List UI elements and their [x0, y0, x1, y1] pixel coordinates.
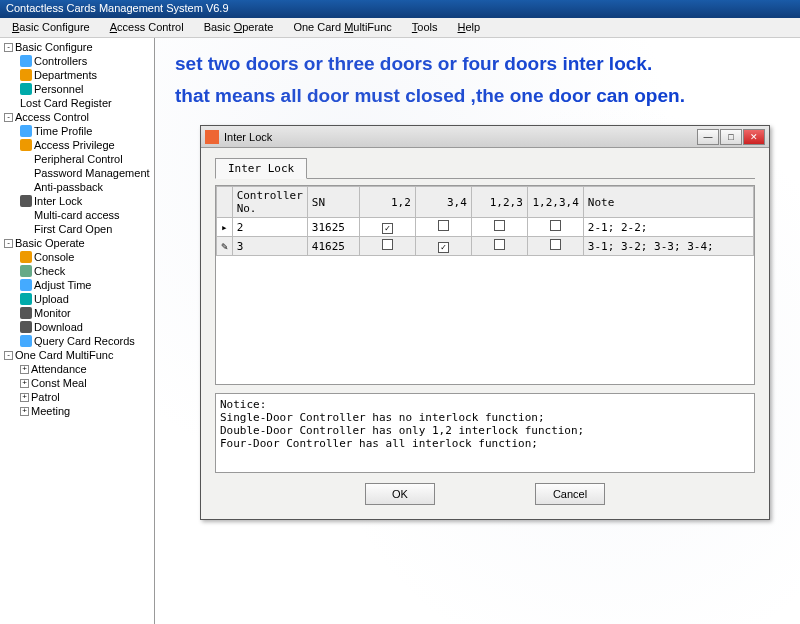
- tree-basic-configure[interactable]: -Basic Configure: [2, 40, 152, 54]
- cell-123: [471, 218, 527, 237]
- col-34: 3,4: [415, 187, 471, 218]
- cell-123: [471, 237, 527, 256]
- clock-icon: [20, 125, 32, 137]
- tree-time-profile[interactable]: Time Profile: [2, 124, 152, 138]
- check-icon: [20, 265, 32, 277]
- upload-icon: [20, 293, 32, 305]
- checkbox[interactable]: ✓: [438, 242, 449, 253]
- app-title: Contactless Cards Management System V6.9: [6, 2, 229, 14]
- privilege-icon: [20, 139, 32, 151]
- expand-icon[interactable]: +: [20, 393, 29, 402]
- cell-12: [359, 237, 415, 256]
- checkbox[interactable]: [382, 239, 393, 250]
- tree-panel: -Basic Configure Controllers Departments…: [0, 38, 155, 624]
- dialog-titlebar[interactable]: Inter Lock — □ ✕: [201, 126, 769, 148]
- tab-strip: Inter Lock: [215, 158, 755, 179]
- annotation-text: set two doors or three doors or four doo…: [175, 48, 780, 113]
- maximize-button[interactable]: □: [720, 129, 742, 145]
- lock-icon: [20, 195, 32, 207]
- expand-icon[interactable]: +: [20, 365, 29, 374]
- tree-console[interactable]: Console: [2, 250, 152, 264]
- tree-access-privilege[interactable]: Access Privilege: [2, 138, 152, 152]
- notice-text: Notice: Single-Door Controller has no in…: [215, 393, 755, 473]
- menu-access-control[interactable]: Access Control: [102, 20, 192, 35]
- tree-download[interactable]: Download: [2, 320, 152, 334]
- cell-sn: 41625: [307, 237, 359, 256]
- monitor-icon: [20, 307, 32, 319]
- tree-patrol[interactable]: +Patrol: [2, 390, 152, 404]
- ok-button[interactable]: OK: [365, 483, 435, 505]
- tree-inter-lock[interactable]: Inter Lock: [2, 194, 152, 208]
- console-icon: [20, 251, 32, 263]
- tab-inter-lock[interactable]: Inter Lock: [215, 158, 307, 179]
- cell-note: 3-1; 3-2; 3-3; 3-4;: [583, 237, 753, 256]
- col-12: 1,2: [359, 187, 415, 218]
- tree-const-meal[interactable]: +Const Meal: [2, 376, 152, 390]
- collapse-icon[interactable]: -: [4, 351, 13, 360]
- expand-icon[interactable]: +: [20, 407, 29, 416]
- tree-access-control[interactable]: -Access Control: [2, 110, 152, 124]
- tree-peripheral[interactable]: Peripheral Control: [2, 152, 152, 166]
- table-row[interactable]: ▸231625✓2-1; 2-2;: [217, 218, 754, 237]
- tree-basic-operate[interactable]: -Basic Operate: [2, 236, 152, 250]
- cell-34: ✓: [415, 237, 471, 256]
- col-sn: SN: [307, 187, 359, 218]
- tree-personnel[interactable]: Personnel: [2, 82, 152, 96]
- tree-upload[interactable]: Upload: [2, 292, 152, 306]
- cancel-button[interactable]: Cancel: [535, 483, 605, 505]
- tree-first-card[interactable]: First Card Open: [2, 222, 152, 236]
- menu-one-card[interactable]: One Card MultiFunc: [285, 20, 399, 35]
- tree-controllers[interactable]: Controllers: [2, 54, 152, 68]
- row-marker: ✎: [217, 237, 233, 256]
- cell-1234: [527, 237, 583, 256]
- cell-controller-no: 3: [232, 237, 307, 256]
- tree-multi-card[interactable]: Multi-card access: [2, 208, 152, 222]
- tree-check[interactable]: Check: [2, 264, 152, 278]
- app-titlebar: Contactless Cards Management System V6.9: [0, 0, 800, 18]
- departments-icon: [20, 69, 32, 81]
- checkbox[interactable]: [550, 239, 561, 250]
- cell-34: [415, 218, 471, 237]
- tree-attendance[interactable]: +Attendance: [2, 362, 152, 376]
- cell-sn: 31625: [307, 218, 359, 237]
- checkbox[interactable]: [550, 220, 561, 231]
- tree-meeting[interactable]: +Meeting: [2, 404, 152, 418]
- minimize-button[interactable]: —: [697, 129, 719, 145]
- collapse-icon[interactable]: -: [4, 43, 13, 52]
- tree-lost-card[interactable]: Lost Card Register: [2, 96, 152, 110]
- checkbox[interactable]: [494, 220, 505, 231]
- menu-tools[interactable]: Tools: [404, 20, 446, 35]
- col-marker: [217, 187, 233, 218]
- tree-monitor[interactable]: Monitor: [2, 306, 152, 320]
- tree-one-card[interactable]: -One Card MultiFunc: [2, 348, 152, 362]
- controllers-icon: [20, 55, 32, 67]
- tree-password-mgmt[interactable]: Password Management: [2, 166, 152, 180]
- col-controller-no: Controller No.: [232, 187, 307, 218]
- menubar: Basic Configure Access Control Basic Ope…: [0, 18, 800, 38]
- close-button[interactable]: ✕: [743, 129, 765, 145]
- tree-adjust-time[interactable]: Adjust Time: [2, 278, 152, 292]
- checkbox[interactable]: [494, 239, 505, 250]
- tree-query-records[interactable]: Query Card Records: [2, 334, 152, 348]
- collapse-icon[interactable]: -: [4, 113, 13, 122]
- menu-basic-configure[interactable]: Basic Configure: [4, 20, 98, 35]
- cell-12: ✓: [359, 218, 415, 237]
- menu-basic-operate[interactable]: Basic Operate: [196, 20, 282, 35]
- checkbox[interactable]: ✓: [382, 223, 393, 234]
- collapse-icon[interactable]: -: [4, 239, 13, 248]
- table-row[interactable]: ✎341625✓3-1; 3-2; 3-3; 3-4;: [217, 237, 754, 256]
- dialog-icon: [205, 130, 219, 144]
- col-123: 1,2,3: [471, 187, 527, 218]
- col-1234: 1,2,3,4: [527, 187, 583, 218]
- tree-departments[interactable]: Departments: [2, 68, 152, 82]
- checkbox[interactable]: [438, 220, 449, 231]
- expand-icon[interactable]: +: [20, 379, 29, 388]
- download-icon: [20, 321, 32, 333]
- annotation-line1: set two doors or three doors or four doo…: [175, 48, 780, 80]
- personnel-icon: [20, 83, 32, 95]
- menu-help[interactable]: Help: [450, 20, 489, 35]
- dialog-title: Inter Lock: [224, 131, 697, 143]
- row-marker: ▸: [217, 218, 233, 237]
- cell-note: 2-1; 2-2;: [583, 218, 753, 237]
- tree-anti-passback[interactable]: Anti-passback: [2, 180, 152, 194]
